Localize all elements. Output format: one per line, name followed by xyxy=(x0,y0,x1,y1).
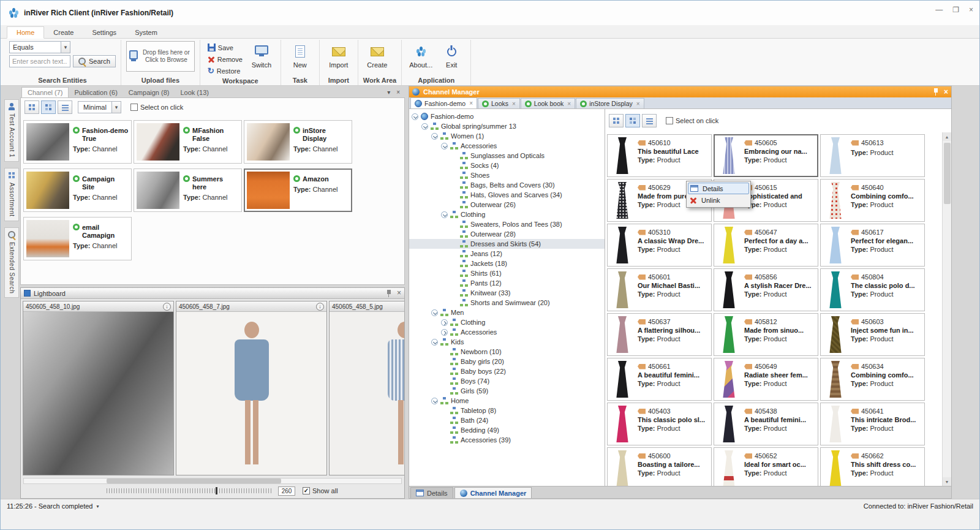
pin-icon[interactable] xyxy=(386,290,392,297)
save-button[interactable]: Save xyxy=(205,42,245,53)
tree-item[interactable]: Clothing xyxy=(409,317,605,327)
lightboard-close-icon[interactable]: × xyxy=(397,290,401,297)
tree-item[interactable]: Hats, Gloves and Scarves (34) xyxy=(409,190,605,200)
product-card[interactable]: 405812 Made from sinuo... Type:Product xyxy=(714,313,818,356)
tree-expander-icon[interactable] xyxy=(441,329,448,336)
tree-item[interactable]: Home xyxy=(409,396,605,406)
tab-close-icon[interactable]: × xyxy=(567,100,571,107)
lightboard-image-panel[interactable]: 450605_458_5.jpg ↓ xyxy=(329,301,404,475)
download-icon[interactable]: ↓ xyxy=(163,303,171,311)
pin-icon[interactable] xyxy=(933,88,939,96)
tree-item[interactable]: Socks (4) xyxy=(409,161,605,170)
tree-item[interactable]: Accessories (39) xyxy=(409,435,605,445)
channel-card[interactable]: inStore Display Type:Channel xyxy=(244,120,352,164)
import-button[interactable]: Import xyxy=(325,41,353,69)
product-card[interactable]: 450600 Boasting a tailore... Type:Produc… xyxy=(607,447,712,486)
tab-close-icon[interactable]: × xyxy=(636,100,640,107)
tree-item[interactable]: Outerwear (26) xyxy=(409,200,605,210)
download-icon[interactable]: ↓ xyxy=(316,303,324,311)
channel-card[interactable]: Summers here Type:Channel xyxy=(134,168,242,212)
tree-item[interactable]: Shoes xyxy=(409,170,605,180)
hscroll-thumb[interactable] xyxy=(107,479,281,483)
minimize-button[interactable]: — xyxy=(935,6,943,14)
tree-expander-icon[interactable] xyxy=(441,143,448,150)
tree-item[interactable]: Accessories xyxy=(409,327,605,337)
tree-item[interactable]: Jeans (12) xyxy=(409,249,605,259)
product-card[interactable]: 450634 Combining comfo... Type:Product xyxy=(820,358,925,401)
lightboard-image-panel[interactable]: 450605_458_7.jpg ↓ xyxy=(176,301,327,475)
tree-expander-icon[interactable] xyxy=(431,309,438,316)
entity-tab[interactable]: Campaign (8) xyxy=(123,88,175,97)
product-card[interactable]: 450662 This shift dress co... Type:Produ… xyxy=(820,447,925,486)
thumbnail-size-slider[interactable] xyxy=(107,488,273,493)
tree-item[interactable]: Dresses and Skirts (54) xyxy=(409,239,605,249)
channel-card[interactable]: MFashion False Type:Channel xyxy=(134,120,242,164)
channel-manager-tab[interactable]: Looks × xyxy=(478,98,520,108)
tab-close-icon[interactable]: × xyxy=(512,100,516,107)
lightboard-hscrollbar[interactable] xyxy=(23,478,402,484)
tree-expander-icon[interactable] xyxy=(441,319,448,326)
tree-item[interactable]: Knitwear (33) xyxy=(409,288,605,298)
tree-item[interactable]: Bedding (49) xyxy=(409,425,605,435)
context-menu-item-unlink[interactable]: Unlink xyxy=(688,194,749,206)
product-vscrollbar[interactable]: ▲ ▼ xyxy=(942,132,951,486)
product-card[interactable]: 450649 Radiate sheer fem... Type:Product xyxy=(714,358,818,401)
tree-item[interactable]: Kids xyxy=(409,337,605,347)
search-input[interactable] xyxy=(9,55,70,67)
grid-view-button[interactable] xyxy=(24,100,39,114)
product-card[interactable]: 450641 This intricate Brod... Type:Produ… xyxy=(820,403,925,445)
ribbon-tab[interactable]: Create xyxy=(44,27,83,38)
select-on-click-checkbox[interactable]: ✓ xyxy=(130,104,138,111)
slider-thumb[interactable] xyxy=(216,487,217,494)
tree-expander-icon[interactable] xyxy=(412,113,418,120)
tree-expander-icon[interactable] xyxy=(431,339,438,346)
tree-expander-icon[interactable] xyxy=(431,398,438,404)
scroll-down-icon[interactable]: ▼ xyxy=(943,477,951,486)
show-all-checkbox[interactable]: ✓ xyxy=(303,487,310,494)
product-card[interactable]: 450652 Ideal for smart oc... Type:Produc… xyxy=(714,447,818,486)
remove-button[interactable]: Remove xyxy=(205,54,245,64)
product-card[interactable]: 450601 Our Michael Basti... Type:Product xyxy=(607,268,712,311)
tree-item[interactable]: Sweaters, Polos and Tees (38) xyxy=(409,219,605,229)
product-card[interactable]: 450804 The classic polo d... Type:Produc… xyxy=(820,268,925,311)
list-view-button[interactable] xyxy=(642,114,657,127)
search-operator-combo[interactable]: Equals ▾ xyxy=(9,41,70,53)
side-tab[interactable]: Test Account 1 xyxy=(4,99,19,162)
scroll-up-icon[interactable]: ▲ xyxy=(943,132,951,141)
show-all-option[interactable]: ✓ Show all xyxy=(303,487,338,494)
tree-item[interactable]: Outerwear (28) xyxy=(409,229,605,239)
switch-button[interactable]: Switch xyxy=(247,41,276,69)
entity-tab[interactable]: Look (13) xyxy=(175,88,214,97)
close-button[interactable]: × xyxy=(969,6,973,14)
product-card[interactable]: 405403 This classic polo sl... Type:Prod… xyxy=(607,403,712,445)
entity-tab[interactable]: Publication (6) xyxy=(69,88,123,97)
product-card[interactable]: 450637 A flattering silhou... Type:Produ… xyxy=(607,313,712,356)
product-card[interactable]: 450610 This beautiful Lace Type:Product xyxy=(607,134,712,177)
product-card[interactable]: 450603 Inject some fun in... Type:Produc… xyxy=(820,313,925,356)
tree-item[interactable]: Shorts and Swimwear (20) xyxy=(409,298,605,308)
tree-item[interactable]: Fashion-demo xyxy=(409,112,605,121)
side-tab[interactable]: Assortment xyxy=(4,168,19,221)
vscroll-thumb[interactable] xyxy=(944,143,951,204)
tab-strip-close-icon[interactable]: × xyxy=(396,89,400,96)
channel-manager-tab[interactable]: Fashion-demo × xyxy=(410,97,477,108)
tree-item[interactable]: Global spring/summer 13 xyxy=(409,121,605,131)
ribbon-tab[interactable]: Settings xyxy=(83,27,126,38)
drop-files-zone[interactable]: Drop files here or Click to Browse xyxy=(126,41,195,72)
tree-item[interactable]: Tabletop (8) xyxy=(409,406,605,415)
lightboard-image-panel[interactable]: 450605_458_10.jpg ↓ xyxy=(23,301,174,475)
product-card[interactable]: 450661 A beautiful femini... Type:Produc… xyxy=(607,358,712,401)
tree-expander-icon[interactable] xyxy=(431,133,438,140)
select-on-click-option[interactable]: ✓ Select on click xyxy=(666,117,718,124)
tree-item[interactable]: Baby boys (22) xyxy=(409,366,605,376)
view-mode-combo[interactable]: Minimal ▾ xyxy=(78,101,121,113)
grid-view-button[interactable] xyxy=(609,114,624,127)
product-card[interactable]: 450617 Perfect for elegan... Type:Produc… xyxy=(820,224,925,267)
tree-item[interactable]: Clothing xyxy=(409,210,605,219)
tab-strip-dropdown-icon[interactable]: ▾ xyxy=(387,89,390,96)
list-view-button[interactable] xyxy=(58,100,72,114)
tree-item[interactable]: Sunglasses and Opticals xyxy=(409,151,605,161)
tree-item[interactable]: Pants (12) xyxy=(409,278,605,288)
tree-expander-icon[interactable] xyxy=(421,123,428,130)
tree-item[interactable]: Jackets (18) xyxy=(409,259,605,268)
